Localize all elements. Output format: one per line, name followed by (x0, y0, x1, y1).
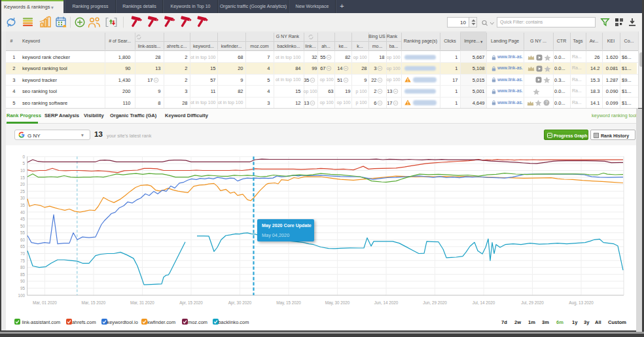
svg-text:Jun, 14 2020: Jun, 14 2020 (374, 300, 399, 305)
svg-text:Mar, 01 2020: Mar, 01 2020 (33, 300, 57, 305)
svg-text:20: 20 (20, 182, 26, 186)
svg-text:5: 5 (22, 161, 25, 166)
svg-text:Mar, 31 2020: Mar, 31 2020 (130, 300, 154, 305)
svg-text:Apr, 30 2020: Apr, 30 2020 (228, 300, 252, 306)
svg-text:90: 90 (20, 279, 26, 283)
svg-text:?: ? (545, 100, 548, 105)
svg-text:75: 75 (20, 258, 26, 263)
svg-text:Apr, 15 2020: Apr, 15 2020 (179, 300, 203, 306)
svg-text:45: 45 (20, 217, 26, 221)
svg-text:0: 0 (22, 154, 25, 159)
svg-text:50: 50 (20, 224, 26, 228)
svg-text:Jun, 29 2020: Jun, 29 2020 (423, 300, 447, 305)
svg-text:30: 30 (20, 196, 26, 200)
svg-text:May, 15 2020: May, 15 2020 (276, 300, 301, 306)
svg-text:35: 35 (20, 203, 26, 207)
svg-text:70: 70 (20, 251, 26, 256)
svg-text:Mar, 15 2020: Mar, 15 2020 (82, 300, 106, 305)
svg-text:Jul, 29 2020: Jul, 29 2020 (521, 300, 544, 305)
svg-text:Jul, 14 2020: Jul, 14 2020 (473, 300, 495, 305)
svg-text:Aug, 13 2020: Aug, 13 2020 (569, 300, 594, 306)
svg-text:85: 85 (20, 272, 26, 277)
svg-text:15: 15 (20, 175, 26, 180)
svg-text:80: 80 (20, 265, 26, 270)
svg-text:25: 25 (20, 189, 26, 194)
svg-text:40: 40 (20, 210, 26, 215)
svg-text:100: 100 (18, 293, 25, 298)
svg-text:65: 65 (20, 244, 26, 249)
svg-text:60: 60 (20, 238, 26, 242)
svg-text:10: 10 (20, 168, 26, 173)
svg-text:May, 30 2020: May, 30 2020 (325, 300, 350, 306)
svg-text:55: 55 (20, 230, 26, 235)
svg-text:95: 95 (20, 286, 26, 291)
